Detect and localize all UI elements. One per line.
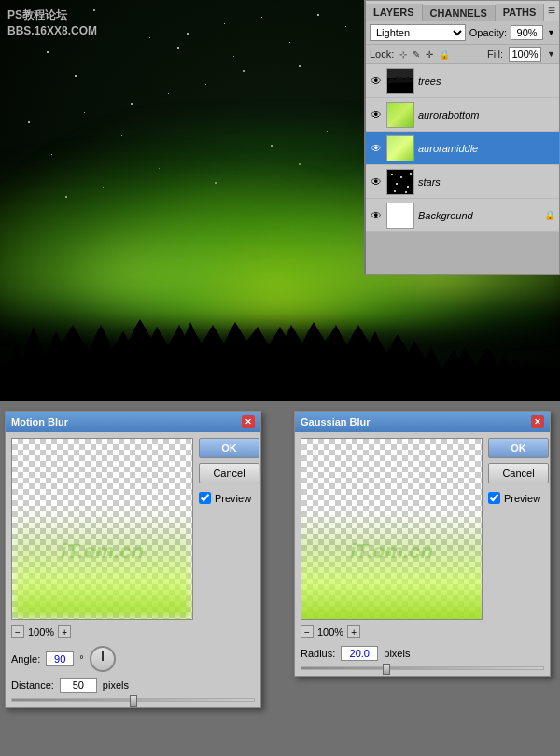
motion-blur-buttons: OK Cancel Preview [199,438,259,620]
gaussian-blur-zoom-in[interactable]: + [347,625,360,638]
svg-point-6 [396,183,398,185]
layers-lock-row: Lock: ⊹ ✎ ✛ 🔒 Fill: ▼ [366,45,559,64]
motion-blur-title: Motion Blur [11,416,242,427]
layer-item-auroramiddle[interactable]: 👁 auroramiddle [366,132,559,165]
motion-blur-slider-row [11,698,255,702]
gaussian-blur-cancel-button[interactable]: Cancel [488,463,549,483]
layer-visibility-stars[interactable]: 👁 [370,175,383,189]
layer-name-auroramiddle: auroramiddle [418,143,555,154]
angle-dial[interactable] [90,646,116,672]
motion-blur-close-button[interactable]: ✕ [242,415,255,428]
motion-blur-content-row: iT.om.cn OK Cancel Preview [11,438,255,620]
gaussian-blur-zoom-out[interactable]: − [301,625,314,638]
motion-blur-preview[interactable] [11,438,193,620]
gaussian-blur-slider-thumb[interactable] [383,664,390,675]
motion-blur-distance-row: Distance: pixels [11,678,255,693]
svg-point-7 [407,186,409,188]
layer-thumb-auroramiddle [386,135,414,161]
layers-blend-row: Lighten Opacity: ▼ [366,21,559,45]
gaussian-blur-buttons: OK Cancel Preview [488,438,549,620]
svg-point-5 [410,173,412,175]
layer-name-trees: trees [418,76,555,87]
svg-point-3 [391,174,393,175]
layer-item-background[interactable]: 👁 Background 🔒 [366,199,559,232]
motion-blur-preview-check[interactable] [199,492,211,504]
gaussian-blur-close-button[interactable]: ✕ [531,415,544,428]
layer-visibility-background[interactable]: 👁 [370,209,383,222]
layer-item-stars[interactable]: 👁 stars [366,165,559,199]
svg-point-9 [405,191,407,193]
dropdown-arrow-opacity[interactable]: ▼ [547,28,555,37]
motion-blur-aurora-content [12,511,192,619]
gaussian-blur-preview-check[interactable] [488,492,500,504]
lock-all-icon[interactable]: 🔒 [439,49,450,60]
dropdown-arrow-fill[interactable]: ▼ [547,49,555,59]
motion-blur-angle-row: Angle: ° [11,646,255,672]
svg-point-4 [400,176,402,178]
layer-thumb-background [386,203,414,229]
gaussian-blur-preview-container: iT.om.cn [301,438,483,620]
gaussian-blur-zoom-row: − 100% + [301,625,544,638]
layer-locked-icon: 🔒 [544,210,555,220]
distance-label: Distance: [11,679,54,691]
dialogs-area: Motion Blur ✕ iT.om.cn OK Canc [0,401,560,756]
motion-blur-ok-button[interactable]: OK [199,438,259,458]
canvas-area: PS教程论坛 BBS.16XX8.COM LAYERS CHANNELS PAT… [0,0,560,401]
distance-input[interactable] [60,678,97,693]
fill-input[interactable] [509,47,541,62]
opacity-input[interactable] [511,25,543,40]
tab-paths[interactable]: PATHS [496,4,545,21]
panel-menu-icon[interactable]: ≡ [548,3,555,18]
gaussian-blur-titlebar: Gaussian Blur ✕ [295,412,550,432]
layer-visibility-auroramiddle[interactable]: 👁 [370,142,383,155]
radius-input[interactable] [341,646,378,661]
gaussian-blur-zoom-value: 100% [317,626,343,637]
lock-label: Lock: [370,49,394,60]
motion-blur-zoom-row: − 100% + [11,625,255,638]
layer-item-trees[interactable]: 👁 trees [366,64,559,98]
motion-blur-zoom-out[interactable]: − [11,625,24,638]
layer-name-aurorabottom: aurorabottom [418,109,555,120]
blend-mode-select[interactable]: Lighten [370,24,466,41]
gaussian-blur-slider[interactable] [301,666,544,670]
motion-blur-zoom-value: 100% [28,626,54,637]
gaussian-blur-aurora-content [301,511,482,619]
motion-blur-slider-thumb[interactable] [130,695,137,707]
angle-unit: ° [79,653,83,665]
tab-channels[interactable]: CHANNELS [423,5,496,21]
lock-move-icon[interactable]: ✛ [426,49,433,60]
lock-position-icon[interactable]: ⊹ [399,49,407,60]
gaussian-blur-title: Gaussian Blur [301,416,531,427]
layer-item-aurorabottom[interactable]: 👁 aurorabottom [366,98,559,132]
gaussian-blur-preview-checkbox: Preview [488,492,549,504]
fill-label: Fill: [487,49,503,60]
layer-thumb-aurorabottom [386,102,414,128]
angle-input[interactable] [46,651,74,666]
tab-layers[interactable]: LAYERS [366,4,423,21]
gaussian-blur-slider-row [301,666,544,670]
angle-label: Angle: [11,653,40,665]
motion-blur-cancel-button[interactable]: Cancel [199,463,259,483]
gaussian-blur-radius-row: Radius: pixels [301,646,544,661]
gaussian-blur-preview[interactable] [301,438,483,620]
radius-label: Radius: [301,648,335,659]
distance-unit: pixels [103,679,129,691]
motion-blur-dialog: Motion Blur ✕ iT.om.cn OK Canc [5,411,261,708]
motion-blur-zoom-in[interactable]: + [58,625,71,638]
gaussian-blur-ok-button[interactable]: OK [488,438,549,458]
layer-name-stars: stars [418,176,555,188]
motion-blur-slider[interactable] [11,698,255,702]
layer-visibility-trees[interactable]: 👁 [370,75,383,88]
opacity-label: Opacity: [469,27,507,38]
lock-draw-icon[interactable]: ✎ [413,49,420,60]
motion-blur-body: iT.om.cn OK Cancel Preview [6,432,260,707]
layers-panel: LAYERS CHANNELS PATHS ≡ Lighten Opacity:… [364,0,560,275]
layers-tabs: LAYERS CHANNELS PATHS ≡ [366,1,559,21]
layer-visibility-aurorabottom[interactable]: 👁 [370,108,383,121]
gaussian-blur-dialog: Gaussian Blur ✕ iT.om.cn OK Ca [294,411,551,677]
motion-blur-preview-container: iT.om.cn [11,438,193,620]
layers-list: 👁 trees 👁 aurorabottom 👁 [366,64,559,232]
layer-thumb-stars [386,169,414,195]
layer-thumb-trees [386,68,414,94]
angle-dial-indicator [102,651,104,661]
